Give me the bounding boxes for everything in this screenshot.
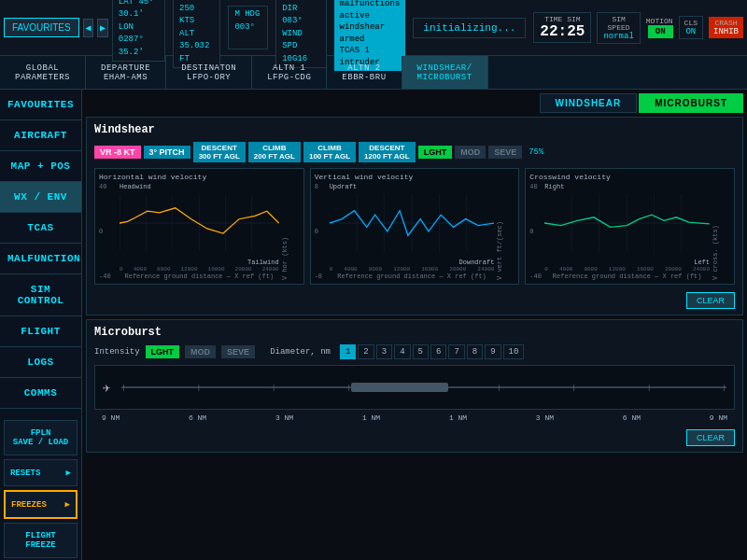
- chart-horizontal: Horizontal wind velocity 400-40 Headwind: [94, 168, 304, 285]
- top-bar: FAVOURITES ◀ ▶ LAT 45° 30.1' LON 0287° 3…: [0, 0, 747, 56]
- sidebar-item-favourites[interactable]: FAVOURITES: [0, 90, 81, 120]
- nm-labels: 9 NM 6 NM 3 NM 1 NM 1 NM 3 NM 6 NM 9 NM: [94, 413, 735, 422]
- diam-4[interactable]: 4: [394, 344, 410, 359]
- init-status: initializing...: [413, 18, 526, 38]
- sidebar-item-tcas[interactable]: TCAS: [0, 213, 81, 244]
- tab-windshear[interactable]: WINDSHEAR: [540, 93, 638, 113]
- content-area: WINDSHEAR MICROBURST Windshear VR -8 KT …: [82, 90, 747, 560]
- microburst-title: Microburst: [94, 326, 735, 339]
- ws-mod-button[interactable]: MOD: [455, 146, 486, 159]
- ws-climb-200-button[interactable]: CLIMB200 FT AGL: [248, 142, 301, 162]
- charts-row: Horizontal wind velocity 400-40 Headwind: [94, 168, 735, 285]
- coordinates-display: LAT 45° 30.1' LON 0287° 35.2': [112, 0, 165, 62]
- time-display: TIME SIM 22:25: [533, 12, 591, 43]
- intensity-label: Intensity: [94, 347, 140, 357]
- nav-altn2[interactable]: ALTN 2EBBR-BRU: [327, 56, 402, 89]
- mb-clear-button[interactable]: CLEAR: [686, 429, 735, 446]
- ws-3deg-pitch-button[interactable]: 3° PITCH: [144, 146, 190, 159]
- nm-label-3-right: 3 NM: [536, 413, 554, 422]
- tab-microburst[interactable]: MICROBURST: [639, 93, 743, 113]
- chart-crosswind-svg: [544, 190, 710, 256]
- crash-display: CRASH INHIB: [709, 17, 743, 38]
- diam-3[interactable]: 3: [376, 344, 392, 359]
- sidebar-item-map-pos[interactable]: MAP + POS: [0, 151, 81, 182]
- nav-destination[interactable]: DESTINATONLFPO-ORY: [166, 56, 252, 89]
- sidebar-item-comms[interactable]: COMMS: [0, 378, 81, 409]
- nav-global-parameters[interactable]: GLOBALPARAMETERS: [0, 56, 86, 89]
- microburst-panel: Microburst Intensity LGHT MOD SEVE Diame…: [86, 319, 743, 453]
- cls-display: CLS ON: [679, 16, 703, 39]
- favourites-button[interactable]: FAVOURITES: [4, 18, 79, 37]
- ws-lght-button[interactable]: LGHT: [418, 146, 453, 159]
- nav-departure[interactable]: DEPARTUREEHAM-AMS: [86, 56, 166, 89]
- nav-windshear-microburst[interactable]: WINDSHEAR/MICROBURST: [402, 56, 488, 89]
- airplane-icon: ✈: [103, 380, 110, 396]
- sim-speed-display: SIM SPEED normal: [597, 12, 640, 44]
- diam-1[interactable]: 1: [340, 344, 356, 359]
- diameter-options: 1 2 3 4 5 6 7 8 9 10: [340, 344, 524, 359]
- sidebar-item-malfunction[interactable]: MALFUNCTION: [0, 244, 81, 274]
- diam-2[interactable]: 2: [358, 344, 374, 359]
- sidebar: FAVOURITES AIRCRAFT MAP + POS WX / ENV T…: [0, 90, 82, 560]
- sidebar-item-wx-env[interactable]: WX / ENV: [0, 182, 81, 213]
- sidebar-item-aircraft[interactable]: AIRCRAFT: [0, 120, 81, 151]
- nav-altn1[interactable]: ALTN 1LFPG-CDG: [252, 56, 327, 89]
- sidebar-item-sim-control[interactable]: SIM CONTROL: [0, 274, 81, 316]
- freezes-button[interactable]: FREEZES: [4, 490, 78, 519]
- diam-6[interactable]: 6: [430, 344, 446, 359]
- ws-descent-300-button[interactable]: DESCENT300 FT AGL: [193, 142, 246, 162]
- mb-mod-button[interactable]: MOD: [185, 345, 216, 358]
- sidebar-item-flight[interactable]: FLIGHT: [0, 316, 81, 347]
- mb-lght-button[interactable]: LGHT: [146, 345, 180, 358]
- chart-crosswind: Crosswind velocity 400-40 Right: [525, 168, 735, 285]
- ws-descent-1200-button[interactable]: DESCENT1200 FT AGL: [359, 142, 416, 162]
- mb-seve-button[interactable]: SEVE: [221, 345, 255, 358]
- tab-row: WINDSHEAR MICROBURST: [82, 90, 747, 113]
- nm-label-9-left: 9 NM: [102, 413, 120, 422]
- ws-seve-pct: 75%: [529, 147, 543, 157]
- nm-label-9-right: 9 NM: [710, 413, 727, 422]
- chart-crosswind-label: Crosswind velocity: [529, 173, 730, 181]
- diam-8[interactable]: 8: [467, 344, 483, 359]
- motion-toggle[interactable]: ON: [648, 25, 673, 38]
- chart-vertical-svg: [330, 190, 495, 256]
- ws-seve-button[interactable]: SEVE: [488, 146, 522, 159]
- diam-10[interactable]: 10: [503, 344, 525, 359]
- diameter-label: Diameter, nm: [270, 347, 331, 357]
- diam-5[interactable]: 5: [413, 344, 429, 359]
- ws-clear-button[interactable]: CLEAR: [686, 292, 735, 309]
- ws-climb-100-button[interactable]: CLIMB100 FT AGL: [303, 142, 356, 162]
- windshear-panel: Windshear VR -8 KT 3° PITCH DESCENT300 F…: [86, 117, 743, 315]
- chart-horizontal-svg: [120, 190, 279, 256]
- nm-label-1-left: 1 NM: [362, 413, 380, 422]
- resets-button[interactable]: RESETS▶: [4, 459, 78, 486]
- nm-label-6-right: 6 NM: [623, 413, 641, 422]
- nm-label-6-left: 6 NM: [189, 413, 206, 422]
- microburst-slider-area: ✈ | | | | | | | |: [94, 365, 735, 410]
- panels: Windshear VR -8 KT 3° PITCH DESCENT300 F…: [82, 113, 747, 560]
- ws-buttons-row: VR -8 KT 3° PITCH DESCENT300 FT AGL CLIM…: [94, 142, 735, 162]
- nm-label-3-left: 3 NM: [275, 413, 293, 422]
- diam-7[interactable]: 7: [448, 344, 464, 359]
- nav-prev-button[interactable]: ◀: [83, 19, 94, 37]
- nav-next-button[interactable]: ▶: [97, 19, 108, 37]
- nm-label-1-right: 1 NM: [449, 413, 467, 422]
- hdg-display: M HDG 003°: [228, 6, 268, 49]
- windshear-title: Windshear: [94, 123, 735, 136]
- microburst-controls-row: Intensity LGHT MOD SEVE Diameter, nm 1 2…: [94, 344, 735, 359]
- chart-vertical: Vertical wind velocity 80-8 Updraft: [310, 168, 520, 285]
- chart-horizontal-label: Horizontal wind velocity: [99, 173, 300, 181]
- diam-9[interactable]: 9: [485, 344, 500, 359]
- flight-freeze-button[interactable]: FLIGHTFREEZE: [4, 523, 78, 558]
- mb-slider-thumb[interactable]: [351, 383, 448, 392]
- ws-vr-8kt-button[interactable]: VR -8 KT: [94, 146, 141, 159]
- fpln-save-load-button[interactable]: FPLNSAVE / LOAD: [4, 420, 78, 455]
- sidebar-item-logs[interactable]: LOGS: [0, 347, 81, 378]
- chart-vertical-label: Vertical wind velocity: [315, 173, 515, 181]
- main-layout: FAVOURITES AIRCRAFT MAP + POS WX / ENV T…: [0, 90, 747, 560]
